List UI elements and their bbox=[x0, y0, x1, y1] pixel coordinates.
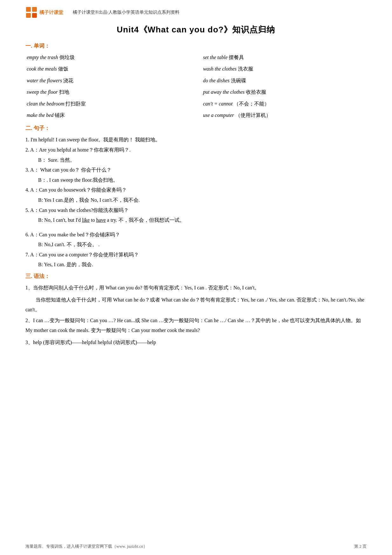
svg-rect-1 bbox=[32, 7, 37, 12]
vocab-item: water the flowers 浇花 bbox=[27, 76, 190, 85]
vocab-item: put away the clothes 收拾衣服 bbox=[203, 87, 367, 97]
vocab-item: empty the trash 倒垃圾 bbox=[27, 53, 190, 62]
sentence-3a: 3. A： What can you do？ 你会干什么？ bbox=[25, 165, 367, 175]
main-title: Unit4《What can you do?》知识点归纳 bbox=[25, 24, 367, 35]
sentence-2b: B： Sure. 当然。 bbox=[38, 155, 367, 165]
footer-right: 第 2 页 bbox=[354, 544, 367, 549]
svg-rect-2 bbox=[26, 13, 31, 18]
section3-title: 三. 语法： bbox=[25, 273, 367, 280]
svg-rect-0 bbox=[26, 7, 31, 12]
vocab-item: do the dishes 洗碗碟 bbox=[203, 76, 367, 85]
vocab-item: set the table 摆餐具 bbox=[203, 53, 367, 62]
vocab-item: make the bed 铺床 bbox=[27, 111, 190, 120]
vocab-item: wash the clothes 洗衣服 bbox=[203, 64, 367, 74]
sentence-num: 1. I'm helpful! I can sweep the floor。我是… bbox=[25, 137, 160, 142]
sentence-2a: 2. A：Are you helpful at home？你在家有用吗？. bbox=[25, 145, 367, 155]
vocab-item: clean the bedroom 打扫卧室 bbox=[27, 99, 190, 109]
sentence-3b: B：. I can sweep the floor.我会扫地。 bbox=[38, 175, 367, 185]
section1-title: 一. 单词： bbox=[25, 42, 367, 50]
grammar-sub-1: 当你想知道他人会干什么时，可用 What can he do？或者 What c… bbox=[25, 295, 367, 315]
logo-text: 橘子计课堂 bbox=[39, 10, 63, 16]
logo-box: 橘子计课堂 bbox=[25, 6, 63, 18]
vocab-item: can't = cannot （不会；不能） bbox=[203, 99, 367, 109]
logo-icon bbox=[25, 6, 37, 18]
sentence-1: 1. I'm helpful! I can sweep the floor。我是… bbox=[25, 135, 367, 145]
footer: 海量题库、专项训练，进入橘子计课堂官网下载（www. juzizhi.cn） 第… bbox=[0, 544, 392, 549]
sentence-5b: B: No, I can't, but I'd like to have a t… bbox=[38, 215, 367, 225]
sentence-7b: B: Yes, I can. 是的，我会. bbox=[38, 260, 367, 269]
sentence-6b: B: No,I can't. 不，我不会。 . bbox=[38, 240, 367, 249]
grammar-item-3: 3、help (形容词形式)——helpful helpful (动词形式)——… bbox=[25, 338, 367, 347]
header: 橘子计课堂 橘子计课堂®出品·人教版小学英语单元知识点系列资料 bbox=[25, 6, 367, 18]
sentence-7a: 7. A：Can you use a computer？你会使用计算机吗？ bbox=[25, 250, 367, 260]
vocab-item: use a computer （使用计算机） bbox=[203, 111, 367, 120]
vocab-grid: empty the trash 倒垃圾 set the table 摆餐具 co… bbox=[27, 53, 367, 120]
sentence-4b: B: Yes I can.是的，我会 No, I can't.不，我不会. bbox=[38, 195, 367, 205]
svg-rect-3 bbox=[32, 13, 37, 18]
page: 橘子计课堂 橘子计课堂®出品·人教版小学英语单元知识点系列资料 Unit4《Wh… bbox=[0, 0, 392, 555]
section2-title: 二. 句子： bbox=[25, 125, 367, 132]
vocab-item: sweep the floor 扫地 bbox=[27, 87, 190, 97]
sentence-6a: 6. A：Can you make the bed？你会铺床吗？ bbox=[25, 230, 367, 240]
footer-left: 海量题库、专项训练，进入橘子计课堂官网下载（www. juzizhi.cn） bbox=[25, 544, 147, 549]
grammar-section: 1、当你想询问别人会干什么时，用 What can you do? 答句有肯定形… bbox=[25, 283, 367, 347]
vocab-item: cook the meals 做饭 bbox=[27, 64, 190, 74]
header-subtitle: 橘子计课堂®出品·人教版小学英语单元知识点系列资料 bbox=[73, 10, 179, 15]
sentence-5a: 5. A：Can you wash the clothes?你能洗衣服吗？ bbox=[25, 206, 367, 215]
sentence-4a: 4. A：Can you do housework？你能会家务吗？ bbox=[25, 185, 367, 195]
grammar-item-2: 2、I can …变为一般疑问句：Can you …? He can...或 S… bbox=[25, 316, 367, 335]
sentences-section: 1. I'm helpful! I can sweep the floor。我是… bbox=[25, 135, 367, 269]
grammar-item-1: 1、当你想询问别人会干什么时，用 What can you do? 答句有肯定形… bbox=[25, 283, 367, 293]
